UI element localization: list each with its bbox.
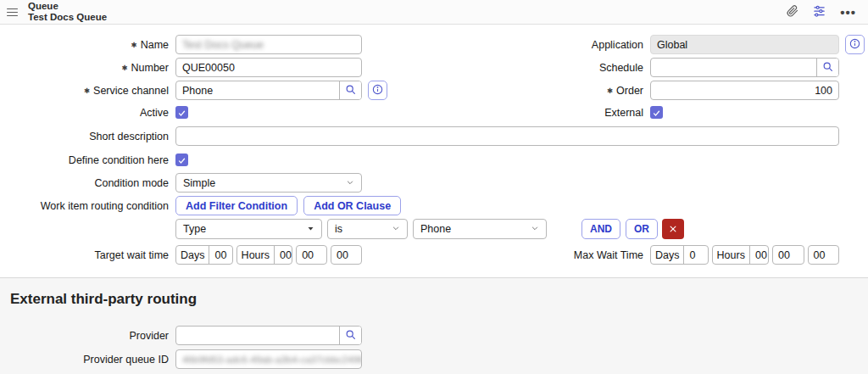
chevron-down-icon	[531, 223, 539, 235]
search-icon	[345, 329, 356, 343]
check-icon	[653, 105, 660, 120]
define-condition-label: Define condition here	[0, 154, 175, 166]
row-condition-builder: Type is Phone AND OR	[0, 219, 868, 239]
condition-mode-label: Condition mode	[0, 177, 175, 189]
row-define-condition: Define condition here	[0, 154, 868, 166]
row-short-description: Short description	[0, 126, 868, 146]
condition-mode-select[interactable]: Simple	[175, 173, 362, 193]
schedule-label: Schedule	[362, 62, 650, 74]
define-condition-checkbox[interactable]	[175, 154, 188, 166]
row-number-schedule: ✱Number QUE00050 Schedule	[0, 58, 868, 77]
check-icon	[178, 153, 186, 168]
name-value-blurred: Test Docs Queue	[182, 39, 264, 51]
row-provider: Provider	[0, 326, 868, 345]
row-condition-mode: Condition mode Simple	[0, 173, 868, 193]
days-label: Days	[176, 246, 209, 264]
condition-and-button[interactable]: AND	[581, 219, 620, 239]
provider-label: Provider	[0, 330, 175, 342]
section-title: External third-party routing	[0, 291, 868, 308]
form-settings-button[interactable]	[813, 4, 826, 20]
condition-delete-button[interactable]	[662, 219, 684, 239]
info-icon	[372, 84, 383, 98]
application-label: Application	[362, 39, 650, 51]
x-icon	[669, 223, 677, 236]
search-icon	[345, 84, 356, 98]
max-hours-input[interactable]: 00	[750, 246, 769, 264]
required-marker: ✱	[131, 41, 137, 49]
record-titles: Queue Test Docs Queue	[28, 1, 107, 23]
max-minutes-input[interactable]: 00	[773, 246, 803, 264]
provider-queue-id-value-blurred: 46b9fd53-adc6-49ab-a3b4-ca37cbbc2496	[182, 354, 362, 365]
number-input[interactable]: QUE00050	[175, 58, 362, 77]
name-label: ✱Name	[0, 39, 175, 51]
caret-down-icon	[307, 223, 314, 235]
provider-queue-id-label: Provider queue ID	[0, 354, 175, 366]
add-filter-condition-button[interactable]: Add Filter Condition	[175, 196, 298, 215]
header-actions: •••	[787, 4, 856, 20]
ellipsis-icon: •••	[840, 6, 856, 19]
target-hours-input[interactable]: 00	[275, 246, 292, 264]
provider-input[interactable]	[175, 326, 362, 345]
provider-queue-id-input[interactable]: 46b9fd53-adc6-49ab-a3b4-ca37cbbc2496	[175, 349, 362, 369]
record-header-bar: Queue Test Docs Queue •••	[0, 0, 868, 25]
provider-lookup-button[interactable]	[339, 327, 361, 344]
condition-field-select[interactable]: Type	[175, 219, 322, 239]
attachment-button[interactable]	[787, 5, 798, 20]
row-wait-times: Target wait time Days00 Hours00 00 00 Ma…	[0, 245, 868, 265]
paperclip-icon	[787, 5, 798, 20]
required-marker: ✱	[121, 64, 127, 72]
search-icon	[822, 61, 833, 75]
application-info-button[interactable]	[845, 35, 865, 54]
service-channel-input[interactable]: Phone	[175, 81, 362, 100]
service-channel-lookup-button[interactable]	[339, 81, 361, 99]
condition-or-button[interactable]: OR	[626, 219, 658, 239]
max-wait-time-label: Max Wait Time	[362, 249, 650, 261]
short-description-label: Short description	[0, 131, 175, 142]
queue-form: ✱Name Test Docs Queue Application Global…	[0, 25, 868, 268]
row-servicechannel-order: ✱Service channel Phone ✱Order 100	[0, 81, 868, 100]
page-title: Queue	[28, 1, 107, 12]
row-routing-condition: Work item routing condition Add Filter C…	[0, 196, 868, 215]
condition-value-select[interactable]: Phone	[413, 219, 547, 239]
max-days-input[interactable]: 0	[684, 246, 707, 264]
order-input[interactable]: 100	[650, 81, 839, 100]
record-title: Test Docs Queue	[28, 12, 107, 23]
chevron-down-icon	[346, 177, 354, 189]
max-seconds-input[interactable]: 00	[809, 246, 838, 264]
short-description-input[interactable]	[175, 126, 839, 146]
check-icon	[178, 105, 186, 120]
name-input[interactable]: Test Docs Queue	[175, 35, 362, 54]
condition-operator-select[interactable]: is	[327, 219, 408, 239]
row-active-external: Active External	[0, 106, 868, 119]
add-or-clause-button[interactable]: Add OR Clause	[303, 196, 401, 215]
days-label: Days	[651, 246, 684, 264]
row-name-application: ✱Name Test Docs Queue Application Global	[0, 35, 868, 54]
more-actions-button[interactable]: •••	[840, 6, 856, 19]
external-checkbox[interactable]	[650, 106, 663, 119]
queue-record-page: Queue Test Docs Queue •••	[0, 0, 868, 374]
required-marker: ✱	[607, 87, 613, 95]
schedule-input[interactable]	[650, 58, 839, 77]
row-provider-queue-id: Provider queue ID 46b9fd53-adc6-49ab-a3b…	[0, 349, 868, 369]
application-field: Global	[650, 35, 839, 54]
target-days-input[interactable]: 00	[209, 246, 231, 264]
menu-icon[interactable]	[7, 8, 18, 17]
required-marker: ✱	[84, 87, 90, 95]
order-label: ✱Order	[387, 85, 650, 97]
external-routing-section: External third-party routing Provider Pr…	[0, 277, 868, 374]
info-icon	[849, 38, 860, 52]
service-channel-label: ✱Service channel	[0, 85, 175, 97]
number-label: ✱Number	[0, 62, 175, 74]
active-label: Active	[0, 107, 175, 119]
schedule-lookup-button[interactable]	[816, 59, 838, 76]
target-wait-time-duration: Days00 Hours00 00 00	[175, 245, 362, 265]
hours-label: Hours	[713, 246, 750, 264]
active-checkbox[interactable]	[175, 106, 188, 119]
max-wait-time-duration: Days0 Hours00 00 00	[650, 245, 839, 265]
chevron-down-icon	[392, 223, 400, 235]
service-channel-info-button[interactable]	[368, 81, 387, 100]
hours-label: Hours	[237, 246, 275, 264]
target-seconds-input[interactable]: 00	[331, 246, 361, 264]
target-wait-time-label: Target wait time	[0, 249, 175, 261]
target-minutes-input[interactable]: 00	[297, 246, 326, 264]
